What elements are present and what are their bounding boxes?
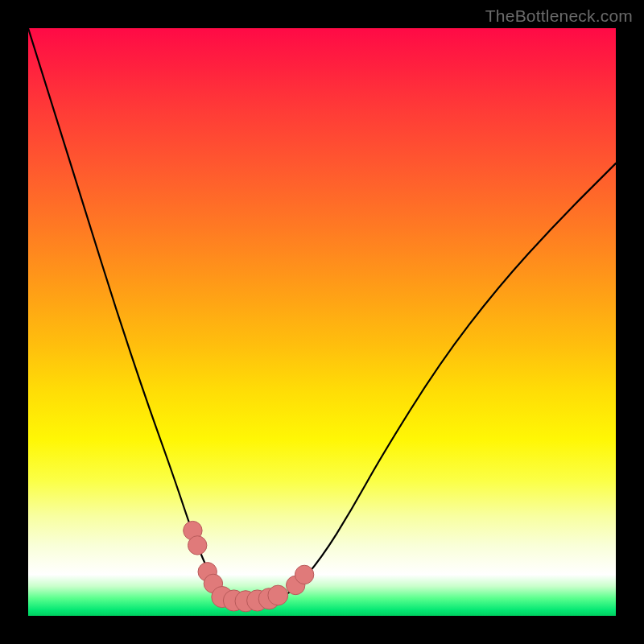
bead-right-up2 [295,565,313,584]
watermark-text: TheBottleneck.com [485,6,633,26]
bottleneck-curve [28,28,616,601]
plot-area [28,28,616,616]
chart-svg [28,28,616,616]
bead-left-upper2 [188,536,207,555]
chart-frame: TheBottleneck.com [0,0,644,644]
bead-right-low [268,585,288,605]
marker-beads [184,521,314,612]
